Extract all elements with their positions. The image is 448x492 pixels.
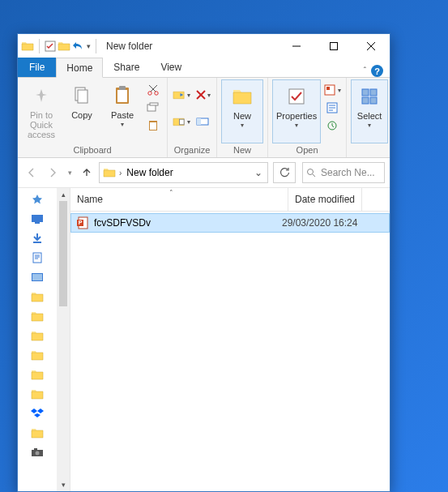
svg-rect-9: [119, 86, 126, 90]
pictures-icon[interactable]: [30, 271, 45, 284]
recent-locations-button[interactable]: ▾: [65, 164, 75, 182]
chevron-right-icon[interactable]: ›: [117, 169, 123, 178]
copy-button[interactable]: Copy: [62, 79, 102, 120]
svg-rect-33: [35, 222, 40, 224]
search-input[interactable]: [319, 166, 381, 179]
minimize-button[interactable]: [278, 34, 315, 58]
window-controls: [278, 34, 390, 58]
folder-icon[interactable]: [30, 290, 45, 303]
scroll-up-icon[interactable]: ▴: [57, 188, 70, 201]
group-label-clipboard: Clipboard: [73, 143, 111, 157]
back-button[interactable]: [23, 164, 41, 182]
refresh-button[interactable]: [273, 162, 296, 183]
ribbon-group-clipboard: Pin to Quick access Copy Paste ▾ Clipbo: [18, 78, 168, 157]
ribbon-group-organize: ▾ ▾ ▾ Organize: [168, 78, 217, 157]
tab-home[interactable]: Home: [56, 58, 103, 78]
tab-share[interactable]: Share: [103, 57, 150, 77]
quick-access-icon[interactable]: [30, 193, 45, 206]
nav-tree[interactable]: [18, 188, 57, 491]
svg-rect-6: [78, 90, 87, 103]
properties-qat-icon[interactable]: [45, 41, 56, 52]
title-bar: ▾ New folder: [18, 34, 390, 58]
file-date: 29/03/2020 16:24: [275, 217, 357, 229]
nav-scrollbar[interactable]: ▴ ▾: [57, 188, 70, 491]
navigation-pane: ▴ ▾: [18, 188, 70, 491]
powerpoint-file-icon: P: [71, 216, 94, 229]
svg-rect-21: [289, 89, 304, 104]
open-icon[interactable]: ▾: [323, 82, 341, 98]
group-label-open: Open: [297, 143, 318, 157]
forward-button[interactable]: [44, 164, 62, 182]
column-date-modified[interactable]: Date modified: [288, 188, 362, 211]
svg-point-30: [308, 169, 314, 175]
properties-button[interactable]: Properties ▾: [272, 79, 321, 143]
tab-file[interactable]: File: [18, 58, 56, 77]
navigation-bar: ▾ › New folder ⌄: [18, 158, 390, 188]
address-dropdown-icon[interactable]: ⌄: [251, 167, 266, 178]
tab-view[interactable]: View: [150, 57, 192, 77]
up-button[interactable]: [78, 164, 96, 182]
folder-icon: [21, 40, 34, 53]
edit-icon[interactable]: [323, 100, 341, 116]
close-button[interactable]: [352, 34, 390, 58]
scroll-down-icon[interactable]: ▾: [57, 478, 70, 491]
paste-button[interactable]: Paste ▾: [102, 79, 143, 128]
folder-icon[interactable]: [30, 368, 45, 381]
new-button[interactable]: New ▾: [221, 79, 263, 143]
dropbox-icon[interactable]: [30, 407, 45, 420]
cut-icon[interactable]: [144, 82, 162, 98]
downloads-icon[interactable]: [30, 232, 45, 245]
window-title: New folder: [103, 41, 152, 52]
svg-rect-26: [362, 89, 369, 96]
paste-shortcut-icon[interactable]: [144, 118, 162, 134]
desktop-icon[interactable]: [30, 212, 45, 225]
rename-icon[interactable]: [194, 113, 211, 130]
help-icon[interactable]: ?: [371, 65, 383, 77]
svg-rect-27: [370, 89, 377, 96]
pin-to-quick-access-button[interactable]: Pin to Quick access: [21, 79, 62, 139]
svg-rect-37: [32, 274, 42, 280]
delete-icon[interactable]: ▾: [194, 87, 211, 103]
copy-path-icon[interactable]: [144, 100, 162, 116]
file-rows[interactable]: P fcvSDFVSDv 29/03/2020 16:24: [70, 212, 390, 491]
ribbon-group-open: Properties ▾ ▾ Open: [267, 78, 346, 157]
svg-point-39: [36, 451, 40, 456]
camera-icon[interactable]: [30, 446, 45, 459]
breadcrumb-current[interactable]: New folder: [123, 167, 176, 178]
folder-icon[interactable]: [30, 310, 45, 323]
svg-rect-8: [117, 90, 127, 102]
group-label-new: New: [233, 143, 251, 157]
svg-rect-15: [150, 122, 156, 130]
folder-icon[interactable]: [30, 329, 45, 342]
ribbon-group-new: New ▾ New: [217, 78, 267, 157]
qat-customize-icon[interactable]: ▾: [87, 42, 91, 50]
ribbon-group-select: Select ▾ .: [346, 78, 392, 157]
folder-icon[interactable]: [30, 387, 45, 400]
undo-icon[interactable]: [72, 41, 85, 52]
folder-icon[interactable]: [30, 426, 45, 439]
new-folder-qat-icon[interactable]: [58, 40, 70, 53]
ribbon-tabs: File Home Share View ˆ ?: [18, 58, 390, 78]
collapse-ribbon-icon[interactable]: ˆ: [364, 66, 366, 75]
address-bar[interactable]: › New folder ⌄: [99, 162, 268, 183]
svg-point-11: [155, 92, 158, 95]
svg-text:P: P: [79, 220, 83, 225]
search-box[interactable]: [302, 162, 385, 183]
documents-icon[interactable]: [30, 251, 45, 264]
svg-rect-32: [32, 215, 43, 222]
maximize-button[interactable]: [315, 34, 352, 58]
svg-line-31: [313, 174, 315, 177]
table-row[interactable]: P fcvSDFVSDv 29/03/2020 16:24: [70, 213, 390, 233]
scroll-thumb[interactable]: [59, 201, 67, 306]
history-icon[interactable]: [323, 118, 341, 134]
column-name[interactable]: Name: [70, 188, 288, 211]
search-icon: [306, 168, 316, 178]
explorer-window: ▾ New folder File Home Share View ˆ ? Pi…: [17, 33, 390, 492]
svg-rect-28: [362, 97, 369, 104]
svg-rect-20: [197, 118, 201, 125]
move-to-icon[interactable]: ▾: [173, 87, 190, 103]
file-list-pane: Name Date modified ˄ P fcvSDFVSDv 29/03/…: [70, 188, 390, 491]
select-button[interactable]: Select ▾: [351, 79, 388, 143]
copy-to-icon[interactable]: ▾: [173, 113, 190, 130]
folder-icon[interactable]: [30, 349, 45, 362]
